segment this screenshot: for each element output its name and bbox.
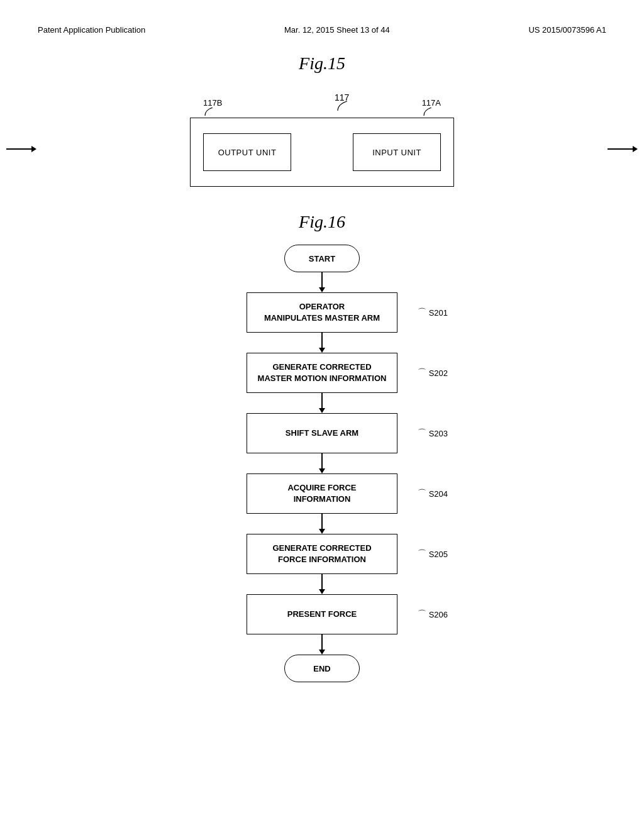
label-117B: 117B <box>203 98 222 108</box>
start-oval: START <box>284 245 360 272</box>
step-s201-box: OPERATORMANIPULATES MASTER ARM <box>247 292 397 333</box>
fig15-title: Fig.15 <box>38 53 606 74</box>
step-row-s206: PRESENT FORCE ⌒ S206 <box>247 594 397 634</box>
arrow-right-out <box>608 146 638 152</box>
step-row-s205: GENERATE CORRECTEDFORCE INFORMATION ⌒ S2… <box>247 534 397 574</box>
arrow-1 <box>319 333 325 353</box>
input-unit-box: INPUT UNIT <box>353 133 441 171</box>
flowchart: START OPERATORMANIPULATES MASTER ARM ⌒ S… <box>38 245 606 682</box>
step-label-s205: ⌒ S205 <box>418 548 448 560</box>
step-s205-text: GENERATE CORRECTEDFORCE INFORMATION <box>272 543 371 565</box>
fig15-outer-box: 117B 117A OUTPUT UNIT <box>190 118 454 187</box>
step-label-s203: ⌒ S203 <box>418 428 448 439</box>
step-s204-text: ACQUIRE FORCEINFORMATION <box>287 482 356 505</box>
arrow-5 <box>319 574 325 594</box>
step-s202-box: GENERATE CORRECTEDMASTER MOTION INFORMAT… <box>247 353 397 393</box>
header-right: US 2015/0073596 A1 <box>528 25 606 35</box>
arrow-6 <box>319 634 325 655</box>
step-label-s206: ⌒ S206 <box>418 609 448 620</box>
step-s202-text: GENERATE CORRECTEDMASTER MOTION INFORMAT… <box>258 362 387 384</box>
input-unit-label: INPUT UNIT <box>372 148 421 157</box>
step-label-s204: ⌒ S204 <box>418 488 448 499</box>
arrow-left-in <box>6 146 36 152</box>
step-label-s201: ⌒ S201 <box>418 307 448 318</box>
fig16-section: Fig.16 START OPERATORMANIPULATES MASTER … <box>38 212 606 682</box>
arrow-4 <box>319 514 325 534</box>
fig15-section: Fig.15 117 117B <box>38 53 606 187</box>
output-unit-box: OUTPUT UNIT <box>203 133 291 171</box>
header-middle: Mar. 12, 2015 Sheet 13 of 44 <box>284 25 390 35</box>
step-s201-text: OPERATORMANIPULATES MASTER ARM <box>264 301 380 324</box>
arrow-3 <box>319 453 325 473</box>
end-oval: END <box>284 655 360 682</box>
step-s204-box: ACQUIRE FORCEINFORMATION <box>247 473 397 514</box>
fig16-title: Fig.16 <box>38 212 606 232</box>
step-row-s204: ACQUIRE FORCEINFORMATION ⌒ S204 <box>247 473 397 514</box>
header: Patent Application Publication Mar. 12, … <box>38 25 606 35</box>
output-unit-label: OUTPUT UNIT <box>218 148 277 157</box>
step-row-s201: OPERATORMANIPULATES MASTER ARM ⌒ S201 <box>247 292 397 333</box>
step-s206-box: PRESENT FORCE <box>247 594 397 634</box>
step-s205-box: GENERATE CORRECTEDFORCE INFORMATION <box>247 534 397 574</box>
step-s203-box: SHIFT SLAVE ARM <box>247 413 397 453</box>
step-row-s203: SHIFT SLAVE ARM ⌒ S203 <box>247 413 397 453</box>
header-left: Patent Application Publication <box>38 25 145 35</box>
fig15-diagram: 117 117B <box>38 86 606 187</box>
arrow-2 <box>319 393 325 413</box>
page: Patent Application Publication Mar. 12, … <box>0 0 644 830</box>
label-117A: 117A <box>422 98 441 108</box>
step-label-s202: ⌒ S202 <box>418 367 448 379</box>
step-s206-text: PRESENT FORCE <box>287 609 357 620</box>
arrow-0 <box>319 272 325 292</box>
step-s203-text: SHIFT SLAVE ARM <box>286 428 358 439</box>
step-row-s202: GENERATE CORRECTEDMASTER MOTION INFORMAT… <box>247 353 397 393</box>
